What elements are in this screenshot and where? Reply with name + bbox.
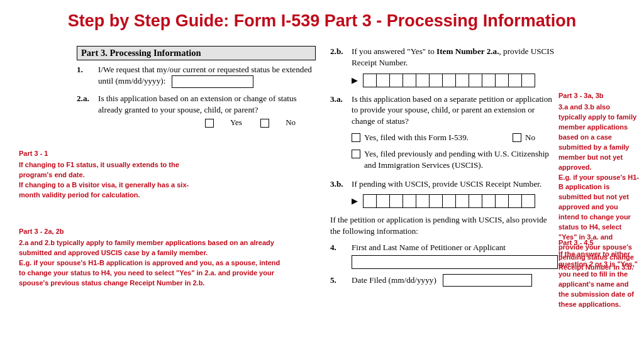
q4-num: 4. [330, 242, 352, 269]
q2b-bold: Item Number 2.a. [436, 47, 499, 56]
q3b-receipt-field[interactable] [363, 194, 535, 208]
q4-name-field[interactable] [352, 255, 558, 269]
q5-date-field[interactable] [443, 274, 532, 287]
q1-text: I/We request that my/our current or requ… [98, 64, 316, 88]
note-3-heading: Part 3 - 3a, 3b [558, 91, 639, 101]
note-4: Part 3 - 4,5 If the answer to either que… [558, 238, 639, 310]
q2a-no-label: No [286, 118, 296, 127]
q2a-yes-checkbox[interactable] [205, 119, 214, 128]
q2b-receipt-field[interactable] [363, 74, 535, 87]
q2b-receipt-row: ▶ [352, 74, 557, 87]
note-2-heading: Part 3 - 2a, 2b [19, 227, 283, 237]
part-heading: Part 3. Processing Information [77, 46, 316, 60]
q2a-no-checkbox[interactable] [260, 119, 269, 128]
q2b-num: 2.b. [330, 46, 352, 69]
q2b-pre: If you answered "Yes" to [352, 47, 436, 56]
q1-num: 1. [77, 64, 98, 88]
note-4-heading: Part 3 - 4,5 [558, 238, 639, 248]
note-1-body: If changing to F1 status, it usually ext… [19, 160, 208, 200]
note-2-body: 2.a and 2.b typically apply to family me… [19, 238, 283, 288]
note-1: Part 3 - 1 If changing to F1 status, it … [19, 149, 208, 200]
pending-intro: If the petition or application is pendin… [330, 214, 557, 237]
q4: 4. First and Last Name of Petitioner or … [330, 242, 557, 269]
q3a: 3.a. Is this application based on a sepa… [330, 94, 557, 173]
q2a: 2.a. Is this application based on an ext… [77, 93, 316, 128]
q2a-yes-label: Yes [230, 118, 242, 127]
q1: 1. I/We request that my/our current or r… [77, 64, 316, 88]
page-title: Step by Step Guide: Form I-539 Part 3 - … [0, 0, 644, 35]
q2b: 2.b. If you answered "Yes" to Item Numbe… [330, 46, 557, 69]
q5-num: 5. [330, 275, 352, 286]
content-stage: Part 3. Processing Information 1. I/We r… [0, 35, 644, 361]
form-left-column: Part 3. Processing Information 1. I/We r… [77, 46, 316, 133]
q3a-num: 3.a. [330, 94, 352, 173]
q2a-num: 2.a. [77, 93, 98, 128]
q3b-num: 3.b. [330, 178, 352, 190]
note-1-heading: Part 3 - 1 [19, 149, 208, 159]
q3a-no-label: No [525, 132, 535, 143]
q3a-no-checkbox[interactable] [513, 133, 521, 142]
note-2: Part 3 - 2a, 2b 2.a and 2.b typically ap… [19, 227, 283, 288]
q2b-text: If you answered "Yes" to Item Number 2.a… [352, 46, 557, 69]
q3a-opt2-checkbox[interactable] [352, 150, 360, 158]
form-right-column: 2.b. If you answered "Yes" to Item Numbe… [330, 46, 557, 292]
note-4-body: If the answer to either question 2 or 3 … [558, 250, 639, 310]
q5-text: Date Filed (mm/dd/yyyy) [352, 275, 436, 286]
arrow-icon: ▶ [352, 196, 358, 206]
q1-date-field[interactable] [172, 75, 253, 88]
q3b-receipt-row: ▶ [352, 194, 557, 208]
q5: 5. Date Filed (mm/dd/yyyy) [330, 274, 557, 287]
q2a-text: Is this application based on an extensio… [98, 93, 316, 116]
q3a-opt1-checkbox[interactable] [352, 133, 360, 142]
q3a-opt1-label: Yes, filed with this Form I-539. [364, 132, 469, 143]
q3a-opt2-label: Yes, filed previously and pending with U… [364, 148, 557, 171]
q4-text: First and Last Name of Petitioner or App… [352, 242, 557, 253]
q3a-text: Is this application based on a separate … [352, 94, 557, 127]
arrow-icon: ▶ [352, 75, 358, 85]
q3b: 3.b. If pending with USCIS, provide USCI… [330, 178, 557, 190]
q3b-text: If pending with USCIS, provide USCIS Rec… [352, 178, 557, 190]
